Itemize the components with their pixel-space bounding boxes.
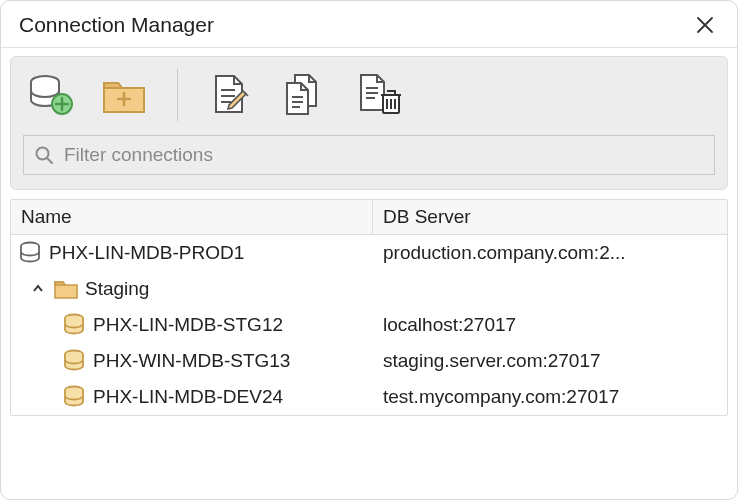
tree-connection-row[interactable]: PHX-WIN-MDB-STG13staging.server.com:2701…: [11, 343, 727, 379]
table-header: Name DB Server: [11, 200, 727, 235]
database-icon: [61, 384, 87, 410]
filter-input[interactable]: [62, 143, 704, 167]
connection-name: PHX-LIN-MDB-PROD1: [49, 242, 244, 264]
close-button[interactable]: [691, 11, 719, 39]
column-header-server[interactable]: DB Server: [373, 200, 727, 234]
close-icon: [696, 16, 714, 34]
connection-manager-window: Connection Manager: [0, 0, 738, 500]
folder-add-icon: [100, 71, 148, 119]
window-title: Connection Manager: [19, 13, 214, 37]
connections-table: Name DB Server PHX-LIN-MDB-PROD1producti…: [10, 199, 728, 416]
cell-server: staging.server.com:27017: [373, 350, 727, 372]
new-folder-button[interactable]: [99, 70, 149, 120]
delete-button[interactable]: [354, 70, 404, 120]
cell-name: PHX-LIN-MDB-DEV24: [11, 384, 373, 410]
tree-connection-row[interactable]: PHX-LIN-MDB-STG12localhost:27017: [11, 307, 727, 343]
table-body: PHX-LIN-MDB-PROD1production.company.com:…: [11, 235, 727, 415]
document-edit-icon: [208, 72, 254, 118]
duplicate-button[interactable]: [280, 70, 330, 120]
toolbar-separator: [177, 69, 178, 121]
cell-name: Staging: [11, 278, 373, 300]
document-copy-icon: [281, 71, 329, 119]
tree-folder-row[interactable]: Staging: [11, 271, 727, 307]
cell-name: PHX-LIN-MDB-PROD1: [11, 240, 373, 266]
connection-name: PHX-LIN-MDB-DEV24: [93, 386, 283, 408]
database-icon: [61, 312, 87, 338]
connection-name: PHX-LIN-MDB-STG12: [93, 314, 283, 336]
connection-name: PHX-WIN-MDB-STG13: [93, 350, 290, 372]
database-icon: [61, 348, 87, 374]
folder-icon: [53, 278, 79, 300]
cell-server: test.mycompany.com:27017: [373, 386, 727, 408]
new-connection-button[interactable]: [25, 70, 75, 120]
database-add-icon: [26, 71, 74, 119]
toolbar: [23, 69, 715, 121]
cell-name: PHX-LIN-MDB-STG12: [11, 312, 373, 338]
tree-connection-row[interactable]: PHX-LIN-MDB-PROD1production.company.com:…: [11, 235, 727, 271]
cell-server: localhost:27017: [373, 314, 727, 336]
folder-label: Staging: [85, 278, 149, 300]
chevron-up-icon[interactable]: [29, 282, 47, 296]
search-icon: [34, 145, 54, 165]
filter-box[interactable]: [23, 135, 715, 175]
edit-button[interactable]: [206, 70, 256, 120]
titlebar: Connection Manager: [1, 1, 737, 48]
database-icon: [17, 240, 43, 266]
cell-server: production.company.com:2...: [373, 242, 727, 264]
toolbar-area: [10, 56, 728, 190]
cell-name: PHX-WIN-MDB-STG13: [11, 348, 373, 374]
document-delete-icon: [355, 71, 403, 119]
tree-connection-row[interactable]: PHX-LIN-MDB-DEV24test.mycompany.com:2701…: [11, 379, 727, 415]
column-header-name[interactable]: Name: [11, 200, 373, 234]
